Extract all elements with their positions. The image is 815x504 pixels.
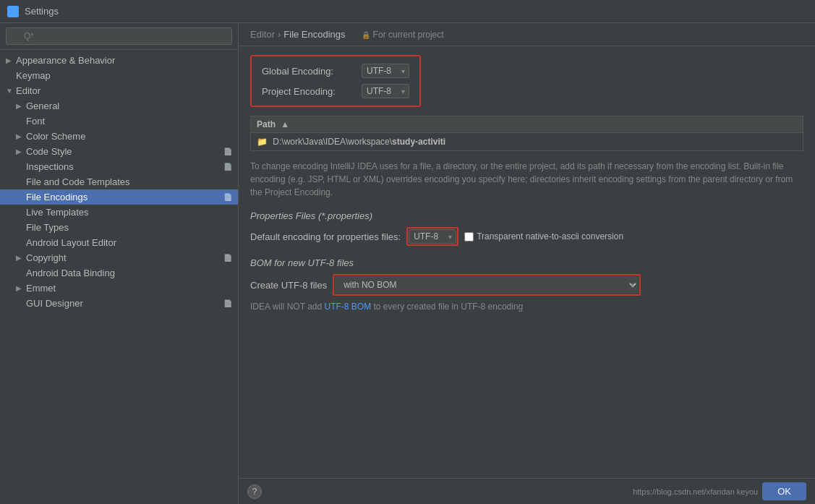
breadcrumb-current: File Encodings (283, 29, 345, 40)
right-panel-area: Editor › File Encodings For current proj… (239, 23, 815, 504)
sidebar-item-label: GUI Designer (26, 298, 223, 309)
panel-header: Editor › File Encodings For current proj… (239, 23, 815, 46)
sidebar-item-appearance[interactable]: ▶ Appearance & Behavior (0, 53, 238, 68)
sidebar-item-label: Copyright (26, 252, 223, 263)
sidebar-item-label: Font (26, 116, 232, 127)
expand-arrow-copyright: ▶ (16, 254, 26, 262)
page-icon: 📄 (223, 254, 232, 262)
sort-arrow-icon: ▲ (281, 119, 289, 129)
breadcrumb-editor: Editor (250, 29, 275, 40)
sidebar-item-label: Keymap (16, 70, 232, 81)
page-icon: 📄 (223, 299, 232, 307)
sidebar-item-emmet[interactable]: ▶ Emmet (0, 281, 238, 296)
title-bar: Settings (0, 0, 815, 23)
bom-create-label: Create UTF-8 files (250, 280, 327, 291)
expand-arrow-general: ▶ (16, 102, 26, 110)
bom-note: IDEA will NOT add UTF-8 BOM to every cre… (250, 302, 803, 312)
sidebar: ▶ Appearance & Behavior Keymap ▼ Editor … (0, 23, 239, 504)
sidebar-item-android-data-binding[interactable]: Android Data Binding (0, 265, 238, 281)
settings-window: Settings ▶ Appearance & Behavior Keymap (0, 0, 815, 504)
search-input[interactable] (6, 27, 232, 45)
path-bold: study-activiti (392, 137, 445, 147)
help-button[interactable]: ? (247, 484, 262, 499)
project-encoding-select[interactable]: UTF-8 (362, 84, 409, 98)
sidebar-item-label: File Types (26, 222, 232, 233)
panel-body: Global Encoding: UTF-8 Project Encoding: (239, 46, 815, 478)
project-encoding-row: Project Encoding: UTF-8 (262, 84, 409, 98)
sidebar-item-file-encodings[interactable]: File Encodings 📄 (0, 189, 238, 205)
bottom-right: https://blog.csdn.net/xfandan keyou OK (633, 482, 806, 500)
bom-row: Create UTF-8 files with NO BOM (250, 274, 803, 296)
bom-section: BOM for new UTF-8 files Create UTF-8 fil… (250, 257, 803, 312)
sidebar-item-label: Color Scheme (26, 131, 232, 142)
transparent-checkbox-text: Transparent native-to-ascii conversion (477, 231, 623, 242)
sidebar-item-inspections[interactable]: Inspections 📄 (0, 159, 238, 174)
path-cell: 📁 D:\work\Java\IDEA\workspace\study-acti… (251, 133, 803, 151)
properties-encoding-select[interactable]: UTF-8 (409, 229, 456, 244)
breadcrumb: Editor › File Encodings (250, 29, 346, 40)
properties-section: Properties Files (*.properties) Default … (250, 210, 803, 246)
table-row: 📁 D:\work\Java\IDEA\workspace\study-acti… (251, 133, 803, 151)
path-column-header: Path ▲ (251, 116, 803, 133)
sidebar-item-color-scheme[interactable]: ▶ Color Scheme (0, 129, 238, 144)
project-encoding-label: Project Encoding: (262, 86, 356, 97)
path-table: Path ▲ 📁 D:\work\Java\IDEA\workspace\stu… (250, 116, 803, 151)
sidebar-item-file-types[interactable]: File Types (0, 220, 238, 235)
global-encoding-row: Global Encoding: UTF-8 (262, 64, 409, 78)
sidebar-item-editor[interactable]: ▼ Editor (0, 83, 238, 98)
encoding-box: Global Encoding: UTF-8 Project Encoding: (250, 55, 421, 107)
global-encoding-select-wrapper: UTF-8 (362, 64, 409, 78)
transparent-checkbox-label[interactable]: Transparent native-to-ascii conversion (464, 231, 623, 242)
global-encoding-label: Global Encoding: (262, 66, 356, 77)
page-icon: 📄 (223, 193, 232, 201)
sidebar-item-keymap[interactable]: Keymap (0, 68, 238, 83)
sidebar-item-general[interactable]: ▶ General (0, 98, 238, 114)
bottom-left: ? (247, 484, 262, 499)
sidebar-item-code-style[interactable]: ▶ Code Style 📄 (0, 144, 238, 159)
transparent-checkbox[interactable] (464, 232, 474, 242)
expand-arrow-appearance: ▶ (6, 56, 16, 64)
path-prefix: D:\work\Java\IDEA\workspace\ (273, 137, 392, 147)
sidebar-item-label: Editor (16, 85, 232, 96)
sidebar-item-label: General (26, 101, 232, 111)
expand-arrow-code-style: ▶ (16, 148, 26, 155)
sidebar-item-copyright[interactable]: ▶ Copyright 📄 (0, 250, 238, 265)
page-icon: 📄 (223, 163, 232, 171)
properties-encoding-label: Default encoding for properties files: (250, 231, 401, 242)
bottom-bar: ? https://blog.csdn.net/xfandan keyou OK (239, 478, 815, 504)
sidebar-item-label: File Encodings (26, 192, 223, 202)
sidebar-item-font[interactable]: Font (0, 114, 238, 129)
properties-row: Default encoding for properties files: U… (250, 227, 803, 246)
bom-select[interactable]: with NO BOM (335, 276, 639, 294)
sidebar-item-gui-designer[interactable]: GUI Designer 📄 (0, 296, 238, 311)
bom-note-prefix: IDEA will NOT add (250, 302, 324, 312)
watermark-text: https://blog.csdn.net/xfandan keyou (633, 487, 758, 496)
sidebar-item-label: Live Templates (26, 207, 232, 218)
main-content: ▶ Appearance & Behavior Keymap ▼ Editor … (0, 23, 815, 504)
search-wrapper (6, 27, 232, 45)
sidebar-item-label: File and Code Templates (26, 176, 232, 187)
expand-arrow-emmet: ▶ (16, 284, 26, 292)
properties-encoding-select-box: UTF-8 (406, 227, 458, 246)
bom-select-box: with NO BOM (333, 274, 641, 296)
right-panel: Editor › File Encodings For current proj… (239, 23, 815, 478)
sidebar-item-file-code-templates[interactable]: File and Code Templates (0, 174, 238, 189)
project-encoding-select-wrapper: UTF-8 (362, 84, 409, 98)
page-icon: 📄 (223, 148, 232, 155)
app-icon (7, 6, 19, 17)
expand-arrow-color-scheme: ▶ (16, 132, 26, 140)
ok-button[interactable]: OK (762, 482, 806, 500)
bom-section-title: BOM for new UTF-8 files (250, 257, 803, 268)
window-title: Settings (25, 6, 59, 17)
folder-icon: 📁 (257, 137, 268, 147)
bom-note-suffix: to every created file in UTF-8 encoding (374, 302, 524, 312)
expand-arrow-editor: ▼ (6, 87, 16, 95)
global-encoding-select[interactable]: UTF-8 (362, 64, 409, 78)
bom-note-link: UTF-8 BOM (324, 302, 371, 312)
bom-select-wrapper: with NO BOM (335, 276, 639, 294)
sidebar-item-label: Android Layout Editor (26, 237, 232, 248)
sidebar-item-live-templates[interactable]: Live Templates (0, 205, 238, 220)
breadcrumb-sep: › (278, 29, 281, 40)
sidebar-item-label: Inspections (26, 161, 223, 172)
sidebar-item-android-layout-editor[interactable]: Android Layout Editor (0, 235, 238, 250)
